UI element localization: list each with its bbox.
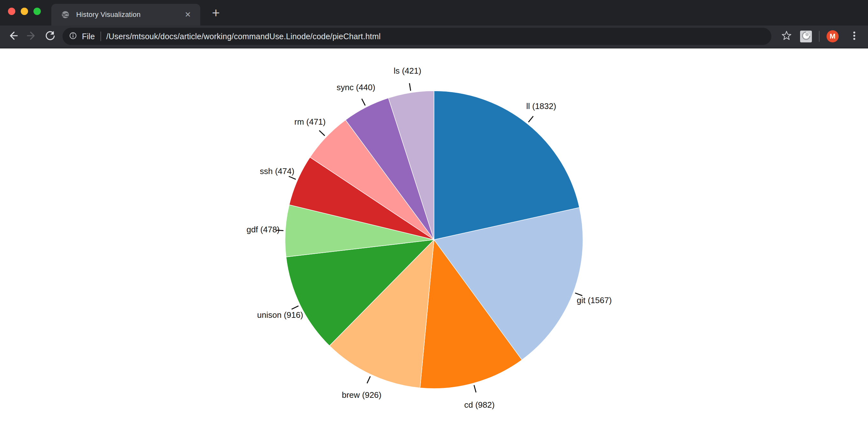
new-tab-button[interactable]: + <box>207 4 225 23</box>
pie-label-gdf: gdf (478) <box>247 225 280 234</box>
zoom-window-button[interactable] <box>33 8 41 15</box>
extension-swirl-icon <box>801 30 811 42</box>
window-controls <box>8 8 41 15</box>
close-window-button[interactable] <box>8 8 15 15</box>
info-icon[interactable] <box>68 31 78 42</box>
toolbar-divider <box>819 31 819 42</box>
browser-toolbar: File /Users/mtsouk/docs/article/working/… <box>0 26 868 48</box>
reload-button[interactable] <box>41 27 59 45</box>
omnibox-divider <box>100 32 101 41</box>
pie-label-rm: rm (471) <box>294 117 326 127</box>
label-tick-rm <box>319 130 324 136</box>
menu-button[interactable] <box>845 27 864 45</box>
tab-close-icon[interactable]: ✕ <box>182 9 193 20</box>
minimize-window-button[interactable] <box>21 8 28 15</box>
back-arrow-icon <box>7 30 19 43</box>
pie-label-ll: ll (1832) <box>526 101 556 111</box>
bookmark-button[interactable] <box>777 27 796 45</box>
address-bar[interactable]: File /Users/mtsouk/docs/article/working/… <box>62 28 771 45</box>
profile-avatar[interactable]: M <box>827 30 839 42</box>
pie-label-ls: ls (421) <box>394 66 421 75</box>
pie-chart: ll (1832)git (1567)cd (982)brew (926)uni… <box>0 48 868 429</box>
pie-label-sync: sync (440) <box>337 82 375 92</box>
bookmark-star-icon <box>781 30 793 43</box>
forward-arrow-icon <box>26 30 37 43</box>
tab-title: History Visualization <box>76 10 182 19</box>
forward-button[interactable] <box>22 27 41 45</box>
label-tick-ll <box>528 117 533 123</box>
label-tick-sync <box>362 99 365 105</box>
label-tick-cd <box>474 385 476 392</box>
extension-button[interactable] <box>800 31 812 42</box>
back-button[interactable] <box>4 27 22 45</box>
pie-label-git: git (1567) <box>577 296 612 305</box>
label-tick-brew <box>367 376 370 384</box>
pie-label-brew: brew (926) <box>342 390 381 400</box>
pie-label-cd: cd (982) <box>464 400 495 409</box>
label-tick-unison <box>291 306 299 309</box>
url-text: /Users/mtsouk/docs/article/working/comma… <box>106 32 380 41</box>
tab-strip: History Visualization ✕ + <box>0 0 868 26</box>
pie-label-ssh: ssh (474) <box>260 166 294 176</box>
kebab-menu-icon <box>848 30 860 43</box>
label-tick-ls <box>409 83 411 91</box>
browser-window: History Visualization ✕ + <box>0 0 868 429</box>
tab-history-visualization[interactable]: History Visualization ✕ <box>51 4 200 26</box>
page-content: ll (1832)git (1567)cd (982)brew (926)uni… <box>0 48 868 429</box>
reload-icon <box>44 30 56 43</box>
label-tick-ssh <box>289 176 296 179</box>
pie-label-unison: unison (916) <box>257 310 303 320</box>
url-scheme-chip: File <box>82 32 95 41</box>
globe-favicon-icon <box>61 10 70 19</box>
